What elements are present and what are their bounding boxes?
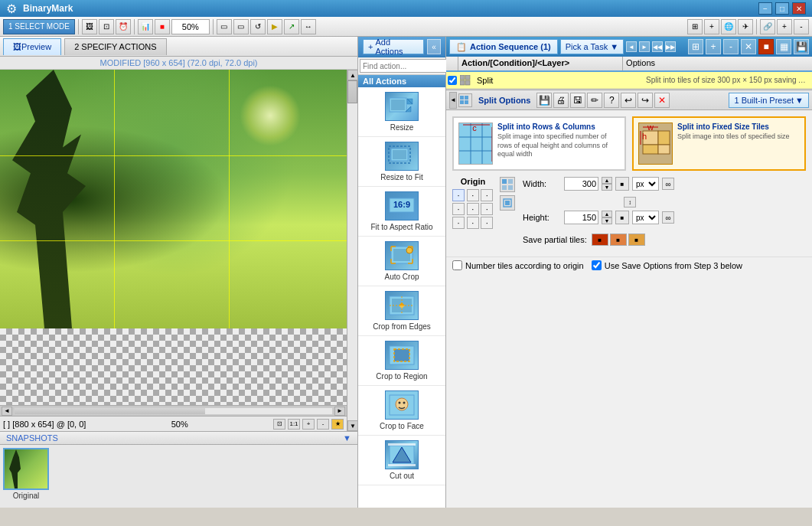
origin-br[interactable]: · — [481, 217, 493, 229]
zoom-fit-btn[interactable]: ⊡ — [273, 419, 285, 430]
toolbar-btn-red[interactable]: ■ — [155, 19, 170, 34]
origin-mini-2[interactable] — [500, 195, 515, 211]
select-mode-button[interactable]: 1 SELECT MODE — [3, 19, 75, 34]
width-unit-select[interactable]: px % in — [632, 177, 659, 191]
width-down-btn[interactable]: ▼ — [602, 184, 612, 191]
use-save-options-label[interactable]: Use Save Options from Step 3 below — [592, 260, 742, 270]
seq-nav-right2[interactable]: ▶▶ — [665, 41, 676, 52]
width-calc-btn[interactable]: ■ — [615, 177, 629, 191]
zoom-in-btn[interactable]: + — [302, 419, 315, 430]
v-scrollbar[interactable]: ▲ ▼ — [347, 70, 357, 431]
maximize-button[interactable]: □ — [775, 2, 789, 15]
origin-bl[interactable]: · — [452, 217, 465, 229]
action-item-crop-face[interactable]: Crop to Face — [358, 386, 445, 436]
height-down-btn[interactable]: ▼ — [602, 217, 612, 224]
options-icon-btn[interactable] — [458, 93, 472, 107]
refresh-button[interactable]: ↺ — [250, 19, 266, 34]
toolbar-btn-chart[interactable]: 📊 — [138, 19, 153, 34]
height-unit-select[interactable]: px % in — [632, 211, 659, 224]
toolbar-right-7[interactable]: - — [794, 19, 809, 34]
toolbar-arrow[interactable]: ↔ — [301, 19, 316, 34]
partial-btn-2[interactable]: ■ — [610, 234, 627, 246]
origin-tr[interactable]: · — [481, 189, 493, 201]
toolbar-btn-sq1[interactable]: ▭ — [217, 19, 232, 34]
origin-bc[interactable]: · — [467, 217, 479, 229]
opt-undo-btn[interactable]: ↩ — [621, 93, 636, 108]
pick-task-button[interactable]: Pick a Task ▼ — [560, 39, 624, 54]
add-actions-button[interactable]: + Add Actions — [363, 39, 424, 54]
height-input[interactable] — [564, 211, 598, 224]
scroll-thumb-v[interactable] — [347, 80, 357, 103]
row-checkbox[interactable] — [446, 76, 458, 85]
partial-btn-3[interactable]: ■ — [628, 234, 645, 246]
opt-close-btn[interactable]: ✕ — [654, 93, 670, 108]
scroll-up-btn[interactable]: ▲ — [347, 70, 357, 80]
tab-specify-actions[interactable]: 2 SPECIFY ACTIONS — [64, 38, 166, 55]
split-fixed-size-card[interactable]: w h Split into Fixed Size Tiles Split im… — [632, 116, 806, 171]
toolbar-right-2[interactable]: + — [704, 19, 719, 34]
options-collapse-btn[interactable]: ◄ — [449, 92, 457, 109]
seq-btn-save[interactable]: 💾 — [794, 39, 809, 54]
seq-nav-left2[interactable]: ◀◀ — [652, 41, 663, 52]
opt-help-btn[interactable]: ? — [604, 93, 619, 108]
seq-btn-minus[interactable]: - — [723, 39, 739, 54]
width-input[interactable] — [564, 177, 598, 191]
toolbar-right-5[interactable]: 🔗 — [760, 19, 775, 34]
action-item-crop-region[interactable]: Crop to Region — [358, 336, 445, 386]
seq-btn-grid[interactable]: ⊞ — [688, 39, 703, 54]
toolbar-yellow[interactable]: ▶ — [267, 19, 282, 34]
number-tiles-label[interactable]: Number tiles according to origin — [452, 260, 584, 270]
scroll-down-btn[interactable]: ▼ — [347, 420, 357, 431]
h-scrollbar[interactable]: ◄ ► — [0, 405, 347, 416]
origin-ml[interactable]: · — [452, 203, 465, 215]
height-calc-btn[interactable]: ■ — [615, 211, 629, 224]
action-item-resize-to-fit[interactable]: Resize to Fit — [358, 137, 445, 187]
number-tiles-checkbox[interactable] — [452, 260, 462, 270]
width-up-btn[interactable]: ▲ — [602, 177, 612, 184]
partial-btn-1[interactable]: ■ — [592, 234, 608, 246]
opt-edit-btn[interactable]: ✏ — [587, 93, 602, 108]
seq-btn-green[interactable]: ▦ — [776, 39, 791, 54]
action-item-auto-crop[interactable]: Auto Crop — [358, 237, 445, 286]
opt-redo-btn[interactable]: ↪ — [638, 93, 653, 108]
preset-button[interactable]: 1 Built-in Preset ▼ — [729, 93, 809, 108]
origin-mr[interactable]: · — [481, 203, 493, 215]
toolbar-right-3[interactable]: 🌐 — [721, 19, 736, 34]
split-rows-cols-card[interactable]: c h Split into Rows & Columns Split imag… — [452, 116, 626, 171]
toolbar-right-4[interactable]: ✈ — [738, 19, 753, 34]
action-item-crop-edges[interactable]: Crop from Edges — [358, 286, 445, 336]
toolbar-right-6[interactable]: + — [777, 19, 792, 34]
toolbar-btn-1[interactable]: 🖼 — [82, 19, 97, 34]
actions-collapse-button[interactable]: « — [427, 39, 441, 54]
action-item-cut-out[interactable]: Cut out — [358, 436, 445, 485]
scroll-left-btn[interactable]: ◄ — [2, 407, 12, 416]
minimize-button[interactable]: − — [758, 2, 772, 15]
origin-mc[interactable]: · — [467, 203, 479, 215]
height-up-btn[interactable]: ▲ — [602, 211, 612, 217]
toolbar-btn-3[interactable]: ⏰ — [116, 19, 131, 34]
action-item-resize[interactable]: Resize — [358, 87, 445, 137]
opt-save-btn[interactable]: 💾 — [536, 93, 552, 108]
height-link-btn[interactable]: ∞ — [662, 211, 674, 224]
opt-print-btn[interactable]: 🖫 — [570, 93, 585, 108]
table-row[interactable]: Split Split into tiles of size 300 px × … — [446, 72, 812, 89]
zoom-special-btn[interactable]: ★ — [331, 419, 344, 430]
scroll-thumb-h[interactable] — [15, 408, 205, 414]
zoom-actual-btn[interactable]: 1:1 — [288, 419, 300, 430]
close-button[interactable]: ✕ — [792, 2, 806, 15]
seq-btn-cross[interactable]: ✕ — [741, 39, 756, 54]
seq-nav-right[interactable]: ► — [639, 41, 650, 52]
sequence-tab[interactable]: 📋 Action Sequence (1) — [449, 39, 558, 54]
opt-floppy-btn[interactable]: 🖨 — [553, 93, 569, 108]
action-item-fit-aspect[interactable]: 16:9 Fit to Aspect Ratio — [358, 187, 445, 237]
seq-btn-red[interactable]: ■ — [758, 39, 774, 54]
toolbar-right-1[interactable]: ⊞ — [687, 19, 703, 34]
toolbar-btn-sq2[interactable]: ▭ — [233, 19, 249, 34]
row-check-input[interactable] — [448, 76, 457, 85]
seq-btn-plus[interactable]: + — [706, 39, 721, 54]
origin-mini-1[interactable] — [500, 177, 515, 192]
zoom-out-btn[interactable]: - — [317, 419, 329, 430]
origin-tl[interactable]: · — [452, 189, 465, 201]
wh-link-btn[interactable]: ↕ — [624, 197, 636, 207]
use-save-options-checkbox[interactable] — [592, 260, 602, 270]
